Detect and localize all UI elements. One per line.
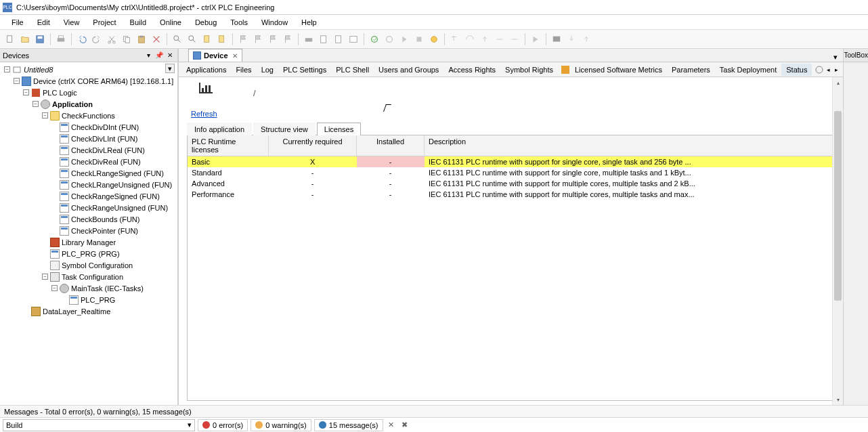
col-installed[interactable]: Installed <box>357 135 425 156</box>
tree-dropdown-icon[interactable]: ▾ <box>165 64 175 73</box>
subtab-access-rights[interactable]: Access Rights <box>443 64 500 76</box>
expander-icon[interactable]: − <box>23 89 29 95</box>
subtab-log[interactable]: Log <box>257 64 278 76</box>
menu-debug[interactable]: Debug <box>189 16 223 28</box>
step-over-icon[interactable] <box>464 33 476 45</box>
print2-icon[interactable] <box>303 33 315 45</box>
undo-icon[interactable] <box>76 33 88 45</box>
panel-dropdown-icon[interactable]: ▾ <box>144 51 153 60</box>
errors-chip[interactable]: 0 error(s) <box>198 419 248 431</box>
clear-all-icon[interactable]: ✖ <box>399 420 410 431</box>
license-row[interactable]: Standard--IEC 61131 PLC runtime with sup… <box>188 167 834 178</box>
flag-clear-icon[interactable] <box>282 33 294 45</box>
expander-icon[interactable]: − <box>42 112 48 118</box>
tree-library-manager[interactable]: Library Manager <box>62 238 116 246</box>
pin-icon[interactable]: 📌 <box>154 51 164 60</box>
menu-build[interactable]: Build <box>124 16 152 28</box>
tree-symbol-config[interactable]: Symbol Configuration <box>62 261 133 269</box>
save-icon[interactable] <box>34 33 46 45</box>
start-icon[interactable] <box>398 33 410 45</box>
delete-icon[interactable] <box>150 33 162 45</box>
step-cursor-icon[interactable] <box>494 33 506 45</box>
menu-view[interactable]: View <box>58 16 86 28</box>
subtab-users-groups[interactable]: Users and Groups <box>374 64 443 76</box>
subtab-status[interactable]: Status <box>781 64 812 76</box>
upload-icon[interactable] <box>580 33 592 45</box>
tree-datalayer[interactable]: DataLayer_Realtime <box>43 307 110 316</box>
tree-fun[interactable]: CheckLRangeUnsigned (FUN) <box>71 181 172 189</box>
subtab-parameters[interactable]: Parameters <box>667 64 715 76</box>
tree-fun[interactable]: CheckPointer (FUN) <box>71 227 138 235</box>
subtab-plc-shell[interactable]: PLC Shell <box>331 64 374 76</box>
clear-icon[interactable]: ✕ <box>386 420 397 431</box>
tree-fun[interactable]: CheckDivLReal (FUN) <box>71 146 145 154</box>
close-icon[interactable]: ✕ <box>232 52 238 60</box>
tabs-dropdown-icon[interactable]: ▾ <box>831 52 840 62</box>
tree-fun[interactable]: CheckDivReal (FUN) <box>71 158 141 166</box>
paste-icon[interactable] <box>135 33 148 45</box>
tree-task-config[interactable]: Task Configuration <box>62 273 123 281</box>
scroll-down-icon[interactable]: ▾ <box>833 394 843 405</box>
monitor-icon[interactable] <box>550 33 563 45</box>
step-out-icon[interactable] <box>479 33 491 45</box>
license-row[interactable]: Advanced--IEC 61131 PLC runtime with sup… <box>188 178 834 189</box>
license-row[interactable]: BasicX-IEC 61131 PLC runtime with suppor… <box>188 156 834 167</box>
scroll-up-icon[interactable]: ▴ <box>833 77 843 88</box>
subtab-info-application[interactable]: Info application <box>187 123 252 135</box>
tab-device[interactable]: Device ✕ <box>188 49 242 62</box>
menu-edit[interactable]: Edit <box>31 16 56 28</box>
col-description[interactable]: Description <box>425 135 834 156</box>
tree-fun[interactable]: CheckRangeSigned (FUN) <box>71 192 160 200</box>
tree-plc-prg[interactable]: PLC_PRG (PRG) <box>62 250 120 258</box>
tree-fun[interactable]: CheckLRangeSigned (FUN) <box>71 169 164 177</box>
flag-next-icon[interactable] <box>267 33 279 45</box>
expander-icon[interactable]: − <box>32 101 39 107</box>
subtab-files[interactable]: Files <box>231 64 256 76</box>
device-tree[interactable]: ▾ −Untitled8 −Device (ctrlX CORE ARM64) … <box>0 62 177 405</box>
expander-icon[interactable]: − <box>42 274 48 280</box>
subtab-structure-view[interactable]: Structure view <box>253 123 316 135</box>
menu-online[interactable]: Online <box>154 16 188 28</box>
col-required[interactable]: Currently required <box>269 135 357 156</box>
scroll-left-icon[interactable]: ◂ <box>824 66 832 74</box>
logout-icon[interactable] <box>383 33 395 45</box>
find-icon[interactable] <box>171 33 183 45</box>
subtab-task-deployment[interactable]: Task Deployment <box>715 64 781 76</box>
menu-window[interactable]: Window <box>255 16 294 28</box>
find-next-icon[interactable] <box>186 33 198 45</box>
tree-application[interactable]: Application <box>52 100 93 108</box>
tree-fun[interactable]: CheckRangeUnsigned (FUN) <box>71 204 168 212</box>
open-icon[interactable] <box>19 33 31 45</box>
tree-device[interactable]: Device (ctrlX CORE ARM64) [192.168.1.1] <box>33 77 173 85</box>
login-icon[interactable] <box>368 33 381 45</box>
print-icon[interactable] <box>55 33 67 45</box>
tree-fun[interactable]: CheckDivDInt (FUN) <box>71 123 139 131</box>
tree-fun[interactable]: CheckDivLInt (FUN) <box>71 135 137 143</box>
build-combo[interactable]: Build ▾ <box>3 419 195 431</box>
bookmark-icon[interactable] <box>201 33 213 45</box>
page-icon[interactable] <box>318 33 330 45</box>
expander-icon[interactable]: − <box>14 78 20 84</box>
step-return-icon[interactable] <box>508 33 521 45</box>
download-icon[interactable] <box>565 33 578 45</box>
subtab-applications[interactable]: Applications <box>181 64 231 76</box>
redo-icon[interactable] <box>91 33 103 45</box>
license-row[interactable]: Performance--IEC 61131 PLC runtime with … <box>188 189 834 200</box>
tree-project[interactable]: Untitled8 <box>24 66 53 74</box>
tree-maintask[interactable]: MainTask (IEC-Tasks) <box>71 284 144 293</box>
step-into-icon[interactable] <box>449 33 461 45</box>
tree-plc-logic[interactable]: PLC Logic <box>43 89 77 97</box>
menu-help[interactable]: Help <box>295 16 323 28</box>
col-runtime[interactable]: PLC Runtime licenses <box>188 135 269 156</box>
expander-icon[interactable]: − <box>4 66 10 72</box>
scroll-thumb[interactable] <box>834 111 842 301</box>
warnings-chip[interactable]: 0 warning(s) <box>251 419 311 431</box>
cut-icon[interactable] <box>106 33 118 45</box>
menu-tools[interactable]: Tools <box>224 16 254 28</box>
tree-plc-prg2[interactable]: PLC_PRG <box>81 296 115 304</box>
debug-icon[interactable] <box>428 33 440 45</box>
tree-checkfunctions[interactable]: CheckFunctions <box>62 112 115 120</box>
expander-icon[interactable]: − <box>51 285 58 291</box>
menu-file[interactable]: File <box>5 16 30 28</box>
tree-fun[interactable]: CheckBounds (FUN) <box>71 215 139 223</box>
